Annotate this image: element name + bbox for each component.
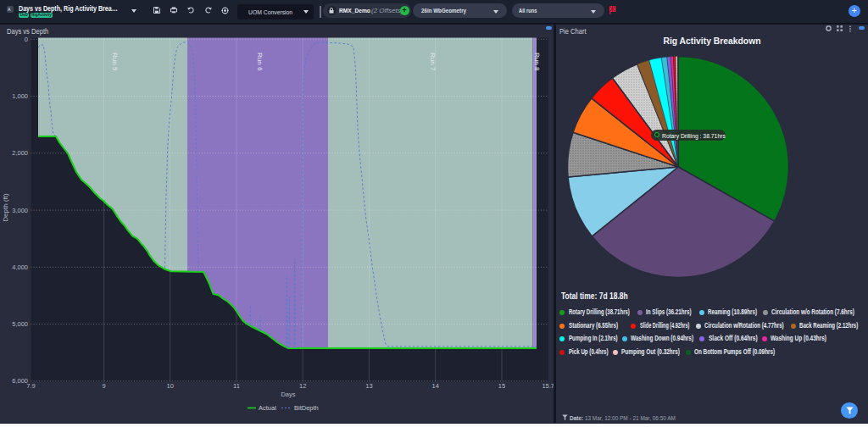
svg-text:Actual: Actual <box>259 404 276 412</box>
svg-text:Run 7: Run 7 <box>429 53 437 71</box>
svg-text:0: 0 <box>25 36 28 43</box>
svg-text:13: 13 <box>365 382 372 390</box>
svg-text:BitDepth: BitDepth <box>294 404 319 412</box>
svg-text:1,000: 1,000 <box>12 92 28 100</box>
svg-text:Days: Days <box>281 391 295 398</box>
svg-text:9: 9 <box>102 382 105 390</box>
svg-text:11: 11 <box>233 382 240 390</box>
svg-text:10: 10 <box>167 382 174 390</box>
svg-text:6,000: 6,000 <box>12 377 28 385</box>
svg-text:7.9: 7.9 <box>26 382 35 390</box>
svg-text:14: 14 <box>432 382 439 390</box>
svg-text:3,000: 3,000 <box>12 207 28 214</box>
svg-text:Run 5: Run 5 <box>111 53 119 71</box>
svg-text:15: 15 <box>498 382 505 390</box>
svg-text:15.7: 15.7 <box>542 382 554 390</box>
svg-text:Run 8: Run 8 <box>533 53 541 71</box>
svg-text:Run 6: Run 6 <box>256 53 264 71</box>
svg-text:12: 12 <box>299 382 306 390</box>
svg-text:2,000: 2,000 <box>12 149 28 157</box>
svg-text:5,000: 5,000 <box>12 320 28 328</box>
svg-text:4,000: 4,000 <box>12 263 28 271</box>
svg-text:Depth (ft): Depth (ft) <box>2 193 9 222</box>
